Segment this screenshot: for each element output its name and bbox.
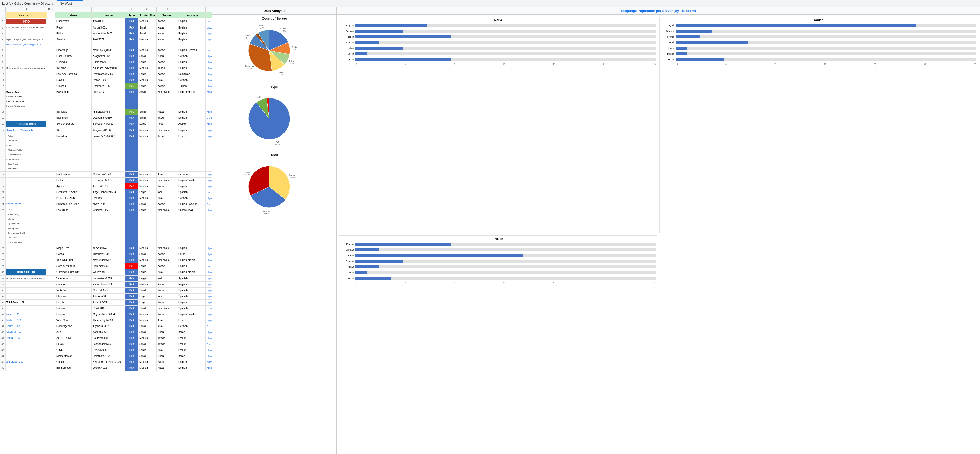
cell-discord[interactable]: https://discord.gg/HG6HEgz: [206, 83, 212, 89]
cell-discord[interactable]: https://discord.gg/UYPQ9svRW3: [206, 282, 212, 287]
bar-label: Turkish: [661, 53, 676, 55]
bar-label: Polish: [661, 58, 676, 61]
cell-discord[interactable]: https://discord.gg/phoenixloa: [206, 77, 212, 83]
cell-discord[interactable]: https://discord.gg/cCRJ8fFGiE: [206, 329, 212, 335]
table-row: 20HellfireKortney#7979PvXMediumZinnerval…: [0, 177, 212, 183]
cell-discord[interactable]: discord.gg/checkmate: [206, 18, 212, 25]
cell-discord[interactable]: https://discord.gg/P8NuCQJ9rn: [206, 347, 212, 353]
cell-server: Kadan: [156, 288, 177, 293]
row-num: 21: [0, 183, 6, 189]
cell-discord[interactable]: https://discord.gg/fRiv5xyMC9: [206, 177, 212, 183]
cell-discord[interactable]: DM on Discord: [206, 201, 212, 207]
cell-discord[interactable]: https://discord.gg/AvtXtkPVQv: [206, 269, 212, 276]
cell-discord[interactable]: https://discord.gg/jczW5xQn: [206, 207, 212, 245]
cell-discord[interactable]: https://discord.gg/Hnr5JGR4Bs: [206, 71, 212, 77]
bar-track: [355, 271, 655, 274]
table-row: 9If you would like to make changes on yo…: [0, 65, 212, 71]
svg-text:Large: Large: [290, 174, 295, 176]
svg-text:Asta: Asta: [279, 71, 283, 73]
cell-discord[interactable]: https://discord.gg/XvtY5dv: [206, 65, 212, 71]
row-num: 5: [0, 37, 6, 47]
cell-discord[interactable]: https://discord.gg/zYW4hsx7: [206, 109, 212, 115]
cell-roster: Medium: [138, 317, 156, 323]
cell-leader: MajesticMiczu#8346: [92, 311, 126, 317]
cell-discord[interactable]: DM on Discord: [206, 115, 212, 121]
cell-discord[interactable]: https://discord.gg/RcYayMP: [206, 252, 212, 257]
svg-text:8.8%: 8.8%: [290, 62, 294, 64]
nav-tab-na-west[interactable]: NA West: [57, 1, 83, 6]
cell-discord[interactable]: discord.gg/RebornEU: [206, 25, 212, 30]
cell-server: Kadan: [156, 359, 177, 365]
cell-c: [51, 59, 56, 65]
cell-b: [47, 299, 51, 305]
cell-discord[interactable]: https://discord.gg/675TjHcVR8: [206, 31, 212, 37]
row-num: 20: [0, 177, 6, 183]
row-num: 16: [0, 121, 6, 127]
cell-leader: Rene#0810: [92, 195, 126, 201]
bar-row: Italian: [341, 264, 655, 269]
svg-text:Zinnervale: Zinnervale: [245, 65, 255, 67]
cell-discord[interactable]: DM on Discord: [206, 341, 212, 347]
cell-discord[interactable]: https://discord.gg/ivT4sdhSvF: [206, 134, 212, 171]
cell-discord[interactable]: https://discord.gg/99s3zEXaeD: [206, 353, 212, 359]
cell-discord[interactable]: DM on Discord: [206, 323, 212, 329]
cell-discord[interactable]: https://discord.gg/KZPZa3Jxre: [206, 53, 212, 59]
cell-discord[interactable]: discord.gg/7CDPu3vEbR: [206, 190, 212, 195]
cell-discord[interactable]: https://discord.gg/elysium-guild: [206, 294, 212, 299]
cell-discord[interactable]: https://discord.gg/WvonK78EUH: [206, 59, 212, 65]
info-panel-cell: [6, 341, 47, 347]
cell-server: Wei: [156, 190, 177, 195]
cell-type: PvX: [126, 65, 138, 71]
cell-discord[interactable]: discord.gg/SonsofValhalla: [206, 263, 212, 269]
cell-discord[interactable]: https://discord.gg/nc7rtw4Cb: [206, 276, 212, 281]
cell-discord[interactable]: https://discord.gg/kuwCtitBkH: [206, 335, 212, 341]
table-row: 19NachtsturmCaribican#3646PvXMediumAstaG…: [0, 172, 212, 177]
cell-c: [51, 257, 56, 263]
cell-roster: Large: [138, 190, 156, 195]
cell-discord[interactable]: https://discord.gg/6W6RDY24: [206, 89, 212, 109]
cell-c: [51, 341, 56, 347]
cell-discord[interactable]: https://discord.gg/ft3UbuDvzQ: [206, 311, 212, 317]
cell-discord[interactable]: https://discord.gg/SCTX4YJ: [206, 121, 212, 127]
cell-discord[interactable]: https://discord.gg/VT3pu9K: [206, 183, 212, 189]
cell-discord[interactable]: discord.gg/bloodrage: [206, 48, 212, 53]
cell-language: German: [177, 195, 206, 201]
cell-discord[interactable]: discord.gg/codex: [206, 359, 212, 365]
table-row: 7RoseDeLunaAragami#1412PvXSmallNeriaGerm…: [0, 53, 212, 59]
cell-discord[interactable]: https://discord.gg/star-dust: [206, 37, 212, 47]
info-panel-cell: [6, 306, 47, 311]
table-row: 11RavenDezo#1000PvXMediumAstaGermanhttps…: [0, 77, 212, 83]
cell-discord[interactable]: https://discord.gg/YZJ3eHQb: [206, 172, 212, 177]
cell-type: PvX: [126, 288, 138, 293]
cell-discord[interactable]: Closed Guild: [206, 306, 212, 311]
nav-tab-na-east[interactable]: NA East: [57, 0, 83, 1]
cell-type: PvX: [126, 190, 138, 195]
cell-server: Asta: [156, 323, 177, 329]
cell-name: WhiteSouls: [56, 317, 92, 323]
cell-discord[interactable]: https://discord.gg/rpqXJz7TvD: [206, 257, 212, 263]
cell-server: Kadan: [156, 201, 177, 207]
col-header-discord: Discord / Website: [206, 13, 212, 18]
sheet-body: 1 Made by Ayia Name Leader Type Roster S…: [0, 13, 212, 454]
cell-discord[interactable]: https://discord.gg/whitesoulsga: [206, 317, 212, 323]
cell-discord[interactable]: https://discord.gg/JHehQVwY: [206, 245, 212, 251]
cell-language: English: [177, 245, 206, 251]
cell-b: [47, 172, 51, 177]
cell-name: Elysium: [56, 294, 92, 299]
cell-type: PvX: [126, 329, 138, 335]
cell-roster: Large: [138, 121, 156, 127]
col-header-i: I: [177, 7, 206, 12]
cell-type: PvX: [126, 252, 138, 257]
cell-type: PvX: [126, 48, 138, 53]
cell-b: [47, 177, 51, 183]
bar-row: Italian: [661, 46, 976, 51]
cell-name: Maple Tree: [56, 245, 92, 251]
cell-discord[interactable]: https://discord.gg/MmdGSKU: [206, 365, 212, 371]
cell-discord[interactable]: https://discord.gg/3KdFmZEARi: [206, 288, 212, 293]
cell-server: Kadan: [156, 299, 177, 305]
cell-discord[interactable]: https://discord.gg/XbbvaZcDzm: [206, 127, 212, 133]
cell-discord[interactable]: https://discord.gg/8WrSYSjBNW: [206, 299, 212, 305]
cell-type: PvX: [126, 195, 138, 201]
row-num: 29: [0, 263, 6, 269]
cell-discord[interactable]: https://discord.gg/5UZ9Kmc: [206, 195, 212, 201]
